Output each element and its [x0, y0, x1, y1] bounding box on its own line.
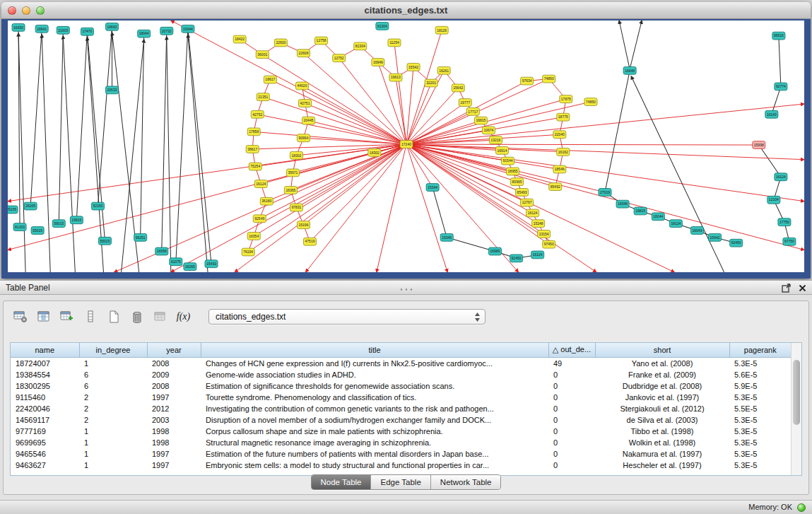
graph-node[interactable]: 36001 — [256, 51, 269, 59]
graph-node[interactable]: 18775 — [557, 113, 570, 121]
graph-node[interactable]: 16949 — [372, 59, 384, 66]
graph-node[interactable]: 16914 — [495, 146, 508, 154]
graph-node[interactable]: 17750 — [778, 218, 791, 226]
splitter-grip-icon[interactable] — [399, 281, 414, 294]
graph-node[interactable]: 18124 — [669, 220, 682, 228]
column-header-name[interactable]: name — [11, 343, 79, 357]
graph-node[interactable]: 42751 — [298, 100, 311, 107]
table-columns-icon[interactable] — [34, 308, 53, 326]
new-document-icon[interactable] — [104, 308, 123, 326]
table-row[interactable]: 1938455462009Genome-wide association stu… — [11, 369, 791, 380]
graph-node[interactable]: 19613 — [389, 74, 402, 81]
graph-node[interactable]: 18617 — [264, 76, 276, 83]
graph-node[interactable]: 17858 — [247, 128, 260, 136]
graph-node[interactable]: 18422 — [233, 35, 246, 43]
float-panel-icon[interactable] — [782, 284, 791, 293]
graph-node[interactable]: 15344 — [426, 184, 439, 192]
graph-node[interactable]: 18302 — [368, 148, 381, 156]
graph-node[interactable]: 17470 — [81, 28, 93, 35]
graph-node[interactable]: 92774 — [775, 83, 787, 90]
vertical-scrollbar[interactable] — [791, 343, 801, 475]
close-window-button[interactable] — [8, 6, 16, 15]
graph-node[interactable]: 15248 — [532, 220, 545, 228]
graph-node[interactable]: 47519 — [303, 238, 316, 245]
graph-node[interactable]: 81304 — [376, 22, 389, 30]
graph-node[interactable]: 90994 — [297, 134, 310, 142]
table-selector-combobox[interactable]: citations_edges.txt — [208, 309, 486, 325]
graph-node[interactable]: 27919 — [599, 188, 611, 196]
graph-node[interactable]: 16124 — [775, 173, 787, 181]
graph-node[interactable]: 85493 — [516, 188, 529, 196]
graph-node[interactable]: 95616 — [772, 32, 785, 40]
graph-node[interactable]: 18546 — [553, 165, 566, 173]
graph-node[interactable]: 15542 — [407, 63, 420, 71]
table-row[interactable]: 2242004622012Investigating the contribut… — [11, 403, 791, 414]
graph-node[interactable]: 19344 — [182, 25, 194, 33]
graph-node[interactable]: 22608 — [297, 49, 310, 57]
graph-node[interactable]: 15642 — [709, 233, 722, 241]
graph-node[interactable]: 32201 — [425, 79, 437, 87]
table-row[interactable]: 977716911998Corpus callosum shape and si… — [11, 426, 791, 437]
graph-node[interactable]: 16049 — [690, 227, 703, 235]
graph-node[interactable]: 16815 — [474, 117, 487, 124]
table-row[interactable]: 1456911722003Disruption of a novel membe… — [11, 414, 791, 426]
graph-node[interactable]: 81304 — [354, 42, 367, 50]
graph-node[interactable]: 55015 — [98, 237, 111, 245]
graph-node[interactable]: 67750 — [783, 238, 796, 245]
table-row[interactable]: 1872400712008Changes of HCN gene express… — [11, 357, 791, 369]
graph-node[interactable]: 52150 — [91, 202, 104, 210]
graph-node[interactable]: 42752 — [251, 110, 264, 118]
graph-node[interactable]: 19815 — [634, 207, 647, 215]
graph-node[interactable]: 19660 — [105, 23, 118, 30]
column-header-in_degree[interactable]: in_degree — [79, 343, 147, 357]
graph-node[interactable]: 12767 — [521, 199, 534, 206]
graph-node[interactable]: 22600 — [274, 39, 287, 47]
graph-node[interactable]: 18941 — [35, 25, 48, 33]
graph-node[interactable]: 21351 — [257, 93, 269, 101]
graph-node[interactable]: 12104 — [767, 196, 780, 204]
tab-edge-table[interactable]: Edge Table — [371, 475, 430, 489]
graph-node[interactable]: 16365 — [284, 187, 297, 194]
graph-node[interactable]: 18126 — [435, 26, 448, 34]
graph-node[interactable]: 16989 — [488, 247, 501, 255]
graph-node[interactable]: 21903 — [57, 26, 69, 34]
graph-node[interactable]: 16124 — [531, 251, 544, 259]
graph-node[interactable]: 35671 — [286, 169, 299, 177]
graph-node[interactable]: 44020 — [295, 82, 308, 90]
graph-node[interactable]: 12758 — [315, 37, 328, 45]
graph-node[interactable]: 75254 — [249, 163, 261, 170]
graph-node[interactable]: 15345 — [440, 233, 453, 241]
column-header-pagerank[interactable]: pagerank — [729, 343, 791, 357]
graph-node[interactable]: 20732 — [160, 27, 173, 35]
minimize-window-button[interactable] — [22, 6, 30, 15]
graph-node[interactable]: 25205 — [8, 206, 18, 214]
graph-node[interactable]: 20533 — [105, 86, 118, 94]
graph-node[interactable]: 16162 — [557, 148, 570, 156]
table-row[interactable]: 969969511998Structural magnetic resonanc… — [11, 437, 791, 448]
graph-node[interactable]: 05015 — [31, 227, 44, 235]
graph-node[interactable]: 18302 — [290, 151, 302, 159]
table-row[interactable]: 946362711997Embryonic stem cells: a mode… — [11, 460, 791, 471]
graph-node[interactable]: 15998 — [753, 141, 765, 149]
graph-node[interactable]: 15642 — [452, 84, 464, 92]
graph-node[interactable]: 18346 — [616, 200, 629, 208]
graph-node[interactable]: 16648 — [623, 66, 636, 74]
column-header-short[interactable]: short — [595, 343, 729, 357]
graph-node[interactable]: 10674 — [482, 127, 495, 134]
graph-node[interactable]: 15493 — [205, 260, 218, 268]
graph-node[interactable]: 74850 — [543, 75, 555, 83]
graph-node[interactable]: 22040 — [553, 131, 566, 139]
window-titlebar[interactable]: citations_edges.txt — [1, 2, 811, 19]
graph-node[interactable]: 26265 — [184, 263, 196, 271]
graph-node[interactable]: 16124 — [254, 180, 267, 188]
zoom-window-button[interactable] — [36, 6, 45, 15]
table-row[interactable]: 946554611997Estimation of the future num… — [11, 448, 791, 460]
graph-node[interactable]: 59015 — [52, 220, 65, 228]
graph-node[interactable]: 85492 — [549, 183, 562, 191]
close-panel-icon[interactable] — [799, 284, 806, 292]
graph-node[interactable]: 17240 — [400, 141, 413, 148]
column-header-out_degree[interactable]: △ out_de... — [548, 343, 595, 357]
graph-node[interactable]: 36180 — [260, 197, 273, 205]
graph-node[interactable]: 16650 — [12, 23, 25, 31]
scrollbar-thumb[interactable] — [793, 360, 800, 425]
